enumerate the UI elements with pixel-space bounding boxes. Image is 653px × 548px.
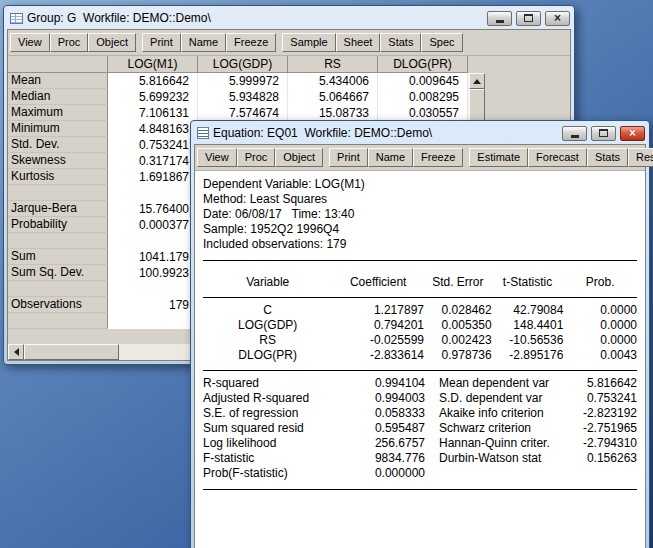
coef-header-t-statistic: t-Statistic xyxy=(492,275,564,290)
coef-header-coefficient: Coefficient xyxy=(332,275,424,290)
equation-window: Equation: EQ01 Workfile: DEMO::Demo\ × V… xyxy=(190,120,650,548)
close-button[interactable]: × xyxy=(545,11,570,26)
grid-cell[interactable]: 1.691867 xyxy=(108,169,198,185)
grid-cell[interactable]: 4.848163 xyxy=(108,121,198,137)
coef-std-error: 0.005350 xyxy=(424,318,492,333)
grid-row-label: Maximum xyxy=(8,105,108,121)
scroll-up-button[interactable] xyxy=(469,73,485,89)
maximize-button[interactable] xyxy=(591,126,616,141)
equation-icon[interactable] xyxy=(197,127,209,139)
toolbar-button[interactable]: Estimate xyxy=(469,148,528,167)
group-window-titlebar[interactable]: Group: G Workfile: DEMO::Demo\ × xyxy=(7,9,571,29)
summary-right-label: Akaike info criterion xyxy=(425,406,553,421)
toolbar-button[interactable]: View xyxy=(10,33,50,52)
toolbar-button[interactable]: Freeze xyxy=(413,148,463,167)
toolbar-button[interactable]: Sheet xyxy=(336,33,381,52)
grid-cell[interactable]: 7.574674 xyxy=(198,105,288,121)
grid-cell[interactable]: 5.699232 xyxy=(108,89,198,105)
maximize-button[interactable] xyxy=(516,11,541,26)
toolbar-button[interactable]: Proc xyxy=(237,148,276,167)
maximize-icon xyxy=(599,129,608,137)
group-icon[interactable] xyxy=(10,13,23,24)
horizontal-scroll-thumb[interactable] xyxy=(24,344,119,360)
grid-column-header[interactable]: DLOG(PR) xyxy=(378,56,468,73)
grid-cell[interactable]: 15.76400 xyxy=(108,201,198,217)
summary-left-label: Prob(F-statistic) xyxy=(203,466,343,481)
grid-cell[interactable]: 5.999972 xyxy=(198,73,288,89)
grid-cell[interactable]: 0.000377 xyxy=(108,217,198,233)
toolbar-button[interactable]: Sample xyxy=(282,33,335,52)
summary-left-label: Adjusted R-squared xyxy=(203,391,343,406)
grid-cell[interactable] xyxy=(108,281,198,297)
coef-t-statistic: 148.4401 xyxy=(492,318,564,333)
grid-cell[interactable]: 179 xyxy=(108,297,198,313)
toolbar-button[interactable]: Object xyxy=(275,148,323,167)
grid-cell[interactable]: 0.008295 xyxy=(378,89,468,105)
toolbar-button[interactable]: Name xyxy=(181,33,226,52)
grid-column-header[interactable]: LOG(GDP) xyxy=(198,56,288,73)
summary-left-label: Log likelihood xyxy=(203,436,343,451)
coef-table-row: DLOG(PR) -2.833614 0.978736 -2.895176 0.… xyxy=(203,348,637,363)
grid-cell[interactable]: 0.317174 xyxy=(108,153,198,169)
toolbar-button[interactable]: Forecast xyxy=(528,148,587,167)
grid-cell[interactable]: 15.08733 xyxy=(288,105,378,121)
grid-cell[interactable]: 0.030557 xyxy=(378,105,468,121)
minimize-button[interactable] xyxy=(562,126,587,141)
grid-cell[interactable]: 0.009645 xyxy=(378,73,468,89)
close-button[interactable]: × xyxy=(620,126,645,141)
summary-right-value xyxy=(553,466,637,481)
toolbar-button[interactable]: Stats xyxy=(587,148,628,167)
grid-cell[interactable]: 5.934828 xyxy=(198,89,288,105)
toolbar-button[interactable]: Proc xyxy=(50,33,89,52)
coef-prob: 0.0000 xyxy=(563,333,637,348)
toolbar-button[interactable]: Freeze xyxy=(226,33,276,52)
grid-column-header[interactable]: LOG(M1) xyxy=(108,56,198,73)
equation-window-title: Equation: EQ01 Workfile: DEMO::Demo\ xyxy=(213,126,558,140)
triangle-up-icon xyxy=(473,79,481,84)
toolbar-button[interactable]: Print xyxy=(329,148,368,167)
grid-cell[interactable]: 5.064667 xyxy=(288,89,378,105)
regression-info-line: Method: Least Squares xyxy=(203,192,637,207)
toolbar-button[interactable]: View xyxy=(197,148,237,167)
minimize-button[interactable] xyxy=(487,11,512,26)
grid-cell[interactable]: 5.816642 xyxy=(108,73,198,89)
grid-cell[interactable]: 100.9923 xyxy=(108,265,198,281)
summary-left-value: 256.6757 xyxy=(343,436,425,451)
grid-row-label xyxy=(8,185,108,201)
grid-row-label: Jarque-Bera xyxy=(8,201,108,217)
grid-cell[interactable]: 5.434006 xyxy=(288,73,378,89)
scroll-left-button[interactable] xyxy=(8,344,24,360)
grid-cell[interactable] xyxy=(108,313,198,329)
grid-row-label xyxy=(8,313,108,329)
grid-cell[interactable]: 0.753241 xyxy=(108,137,198,153)
coef-t-statistic: 42.79084 xyxy=(492,303,564,318)
summary-right-value: 0.156263 xyxy=(553,451,637,466)
coef-table-row: C 1.217897 0.028462 42.79084 0.0000 xyxy=(203,303,637,318)
coef-t-statistic: -10.56536 xyxy=(492,333,564,348)
summary-stat-row: Log likelihood 256.6757 Hannan-Quinn cri… xyxy=(203,436,637,451)
coef-std-error: 0.978736 xyxy=(424,348,492,363)
equation-output: Dependent Variable: LOG(M1)Method: Least… xyxy=(195,171,645,548)
equation-window-titlebar[interactable]: Equation: EQ01 Workfile: DEMO::Demo\ × xyxy=(194,124,646,144)
grid-cell[interactable] xyxy=(108,233,198,249)
toolbar-button[interactable]: Spec xyxy=(421,33,462,52)
grid-row: Mean 5.816642 5.999972 5.434006 0.009645 xyxy=(8,73,484,89)
toolbar-button[interactable]: Stats xyxy=(380,33,421,52)
summary-stat-row: Prob(F-statistic) 0.000000 xyxy=(203,466,637,481)
desktop: { "colors": { "desktop_top": "#93b5da", … xyxy=(0,0,653,548)
grid-row-label: Minimum xyxy=(8,121,108,137)
toolbar-button[interactable]: Object xyxy=(88,33,136,52)
coef-table-row: RS -0.025599 0.002423 -10.56536 0.0000 xyxy=(203,333,637,348)
separator-line xyxy=(203,297,637,298)
maximize-icon xyxy=(524,14,533,22)
summary-stat-row: F-statistic 9834.776 Durbin-Watson stat … xyxy=(203,451,637,466)
grid-cell[interactable]: 7.106131 xyxy=(108,105,198,121)
toolbar-button[interactable]: Resids xyxy=(628,148,653,167)
grid-column-header[interactable]: RS xyxy=(288,56,378,73)
toolbar-button[interactable]: Name xyxy=(368,148,413,167)
grid-cell[interactable]: 1041.179 xyxy=(108,249,198,265)
minimize-icon xyxy=(571,135,579,138)
toolbar-button[interactable]: Print xyxy=(142,33,181,52)
grid-cell[interactable] xyxy=(108,185,198,201)
summary-right-label: Schwarz criterion xyxy=(425,421,553,436)
